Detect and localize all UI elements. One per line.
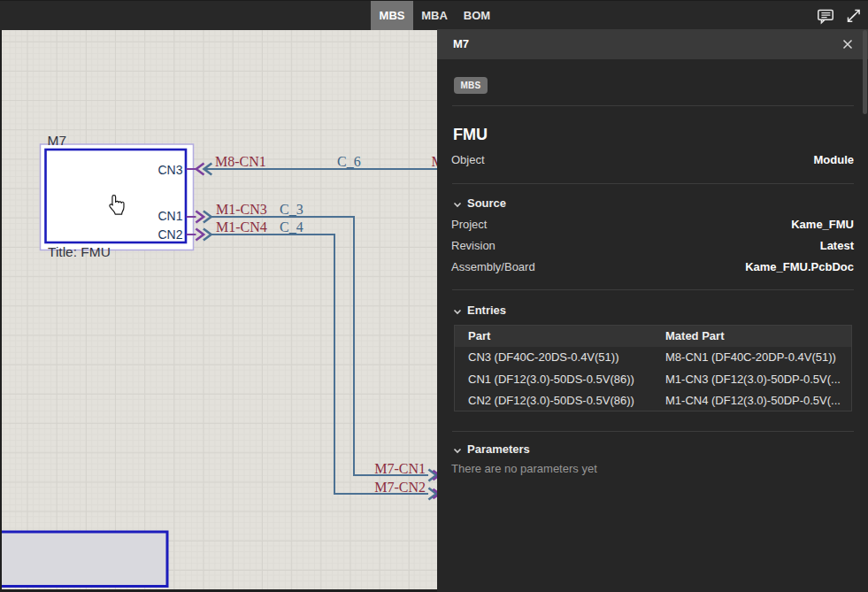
svg-text:CN1: CN1 [157,209,182,223]
svg-text:C_4: C_4 [280,219,303,234]
svg-text:C_6: C_6 [337,154,361,169]
svg-text:M7-CN2: M7-CN2 [374,480,426,495]
svg-text:M7: M7 [48,133,67,148]
svg-text:M8-CN1: M8-CN1 [215,154,266,169]
svg-text:CN3: CN3 [157,163,182,177]
svg-text:C_3: C_3 [280,202,303,217]
svg-text:M7-CN1: M7-CN1 [374,461,426,476]
svg-text:M1-CN4: M1-CN4 [216,219,267,234]
svg-text:M1-CN3: M1-CN3 [216,202,267,217]
svg-text:CN2: CN2 [157,227,182,242]
svg-text:Title: FMU: Title: FMU [48,244,111,259]
